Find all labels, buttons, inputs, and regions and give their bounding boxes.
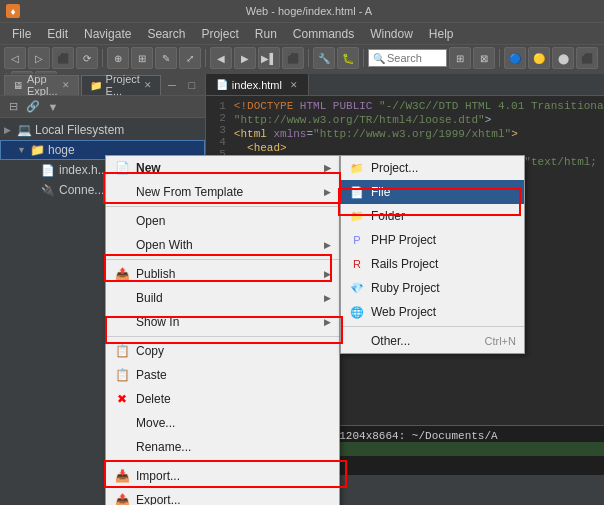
project-icon: 📁 xyxy=(349,160,365,176)
menu-window[interactable]: Window xyxy=(362,25,421,43)
toolbar-btn-15[interactable]: ⊞ xyxy=(449,47,471,69)
web-icon: 🌐 xyxy=(349,304,365,320)
context-menu: 📄 New ▶ New From Template ▶ Open Open Wi… xyxy=(105,155,340,505)
ctx-item-new-from-template[interactable]: New From Template ▶ xyxy=(106,180,339,204)
ctx-publish-label: Publish xyxy=(136,267,175,281)
file-icon: 📄 xyxy=(349,184,365,200)
delete-icon: ✖ xyxy=(114,391,130,407)
ctx-sep-4 xyxy=(106,461,339,462)
toolbar-btn-13[interactable]: 🔧 xyxy=(313,47,335,69)
toolbar-btn-12[interactable]: ⬛ xyxy=(282,47,304,69)
index-file-icon: 📄 xyxy=(40,163,56,177)
ctx-delete-label: Delete xyxy=(136,392,171,406)
toolbar-btn-17[interactable]: 🔵 xyxy=(504,47,526,69)
show-in-arrow: ▶ xyxy=(324,317,331,327)
menu-file[interactable]: File xyxy=(4,25,39,43)
submenu-item-web[interactable]: 🌐 Web Project xyxy=(341,300,524,324)
tab-project-explorer-close[interactable]: ✕ xyxy=(144,80,152,90)
filesystem-icon: 💻 xyxy=(16,123,32,137)
toolbar-btn-6[interactable]: ⊞ xyxy=(131,47,153,69)
toolbar-sep-1 xyxy=(102,49,103,67)
ctx-export-label: Export... xyxy=(136,493,181,505)
publish-icon: 📤 xyxy=(114,266,130,282)
toolbar-btn-3[interactable]: ⬛ xyxy=(52,47,74,69)
submenu-item-php[interactable]: P PHP Project xyxy=(341,228,524,252)
menu-commands[interactable]: Commands xyxy=(285,25,362,43)
ctx-rename-label: Rename... xyxy=(136,440,191,454)
toolbar-btn-18[interactable]: 🟡 xyxy=(528,47,550,69)
move-icon xyxy=(114,415,130,431)
left-tab-bar: 🖥 App Expl... ✕ 📁 Project E... ✕ ─ □ xyxy=(0,74,205,96)
ctx-open-label: Open xyxy=(136,214,165,228)
menu-navigate[interactable]: Navigate xyxy=(76,25,139,43)
collapse-all-btn[interactable]: ⊟ xyxy=(4,98,22,116)
ctx-item-export[interactable]: 📤 Export... xyxy=(106,488,339,505)
menu-edit[interactable]: Edit xyxy=(39,25,76,43)
toolbar-btn-4[interactable]: ⟳ xyxy=(76,47,98,69)
tab-app-explorer-close[interactable]: ✕ xyxy=(62,80,70,90)
toolbar-btn-1[interactable]: ◁ xyxy=(4,47,26,69)
html-file-icon: 📄 xyxy=(216,79,228,90)
menu-project[interactable]: Project xyxy=(193,25,246,43)
toolbar-btn-14[interactable]: 🐛 xyxy=(337,47,359,69)
submenu-item-ruby[interactable]: 💎 Ruby Project xyxy=(341,276,524,300)
submenu-item-folder[interactable]: 📁 Folder xyxy=(341,204,524,228)
ctx-item-publish[interactable]: 📤 Publish ▶ xyxy=(106,262,339,286)
toolbar-btn-20[interactable]: ⬛ xyxy=(576,47,598,69)
ctx-open-with-label: Open With xyxy=(136,238,193,252)
tab-project-explorer[interactable]: 📁 Project E... ✕ xyxy=(81,75,161,95)
toolbar-btn-16[interactable]: ⊠ xyxy=(473,47,495,69)
build-icon xyxy=(114,290,130,306)
toolbar-btn-9[interactable]: ◀ xyxy=(210,47,232,69)
ctx-item-rename[interactable]: Rename... xyxy=(106,435,339,459)
menu-help[interactable]: Help xyxy=(421,25,462,43)
submenu-item-project[interactable]: 📁 Project... xyxy=(341,156,524,180)
tree-item-local-filesystem[interactable]: ▶ 💻 Local Filesystem xyxy=(0,120,205,140)
submenu-folder-label: Folder xyxy=(371,209,405,223)
toolbar-btn-7[interactable]: ✎ xyxy=(155,47,177,69)
php-icon: P xyxy=(349,232,365,248)
toolbar-sep-5 xyxy=(499,49,500,67)
ctx-copy-label: Copy xyxy=(136,344,164,358)
toolbar-btn-11[interactable]: ▶▌ xyxy=(258,47,280,69)
ctx-item-new[interactable]: 📄 New ▶ xyxy=(106,156,339,180)
submenu-item-rails[interactable]: R Rails Project xyxy=(341,252,524,276)
panel-minimize[interactable]: ─ xyxy=(163,76,181,94)
ctx-item-show-in[interactable]: Show In ▶ xyxy=(106,310,339,334)
ctx-item-move[interactable]: Move... xyxy=(106,411,339,435)
menu-run[interactable]: Run xyxy=(247,25,285,43)
toolbar-btn-19[interactable]: ⬤ xyxy=(552,47,574,69)
ctx-item-paste[interactable]: 📋 Paste xyxy=(106,363,339,387)
toolbar-btn-8[interactable]: ⤢ xyxy=(179,47,201,69)
ctx-item-open-with[interactable]: Open With ▶ xyxy=(106,233,339,257)
tab-app-explorer[interactable]: 🖥 App Expl... ✕ xyxy=(4,75,79,95)
ctx-item-delete[interactable]: ✖ Delete xyxy=(106,387,339,411)
ctx-item-build[interactable]: Build ▶ xyxy=(106,286,339,310)
panel-maximize[interactable]: □ xyxy=(183,76,201,94)
ctx-item-open[interactable]: Open xyxy=(106,209,339,233)
publish-arrow: ▶ xyxy=(324,269,331,279)
ctx-item-import[interactable]: 📥 Import... xyxy=(106,464,339,488)
search-input[interactable] xyxy=(387,52,442,64)
toolbar-btn-2[interactable]: ▷ xyxy=(28,47,50,69)
app-icon: ♦ xyxy=(6,4,20,18)
submenu-item-other[interactable]: Other... Ctrl+N xyxy=(341,329,524,353)
copy-icon: 📋 xyxy=(114,343,130,359)
code-line-2: "http://www.w3.org/TR/html4/loose.dtd"> xyxy=(234,114,604,128)
title-bar-left: ♦ xyxy=(6,4,20,18)
connect-file-icon: 🔌 xyxy=(40,183,56,197)
link-editor-btn[interactable]: 🔗 xyxy=(24,98,42,116)
search-box[interactable]: 🔍 xyxy=(368,49,447,67)
ctx-item-copy[interactable]: 📋 Copy xyxy=(106,339,339,363)
editor-tab-index[interactable]: 📄 index.html ✕ xyxy=(206,74,309,95)
toolbar-btn-5[interactable]: ⊕ xyxy=(107,47,129,69)
menu-bar: File Edit Navigate Search Project Run Co… xyxy=(0,22,604,44)
toolbar-btn-10[interactable]: ▶ xyxy=(234,47,256,69)
code-line-3: <html xmlns="http://www.w3.org/1999/xhtm… xyxy=(234,128,604,142)
ctx-show-in-label: Show In xyxy=(136,315,179,329)
hoge-label: hoge xyxy=(48,143,75,157)
menu-search[interactable]: Search xyxy=(139,25,193,43)
editor-tab-close[interactable]: ✕ xyxy=(290,80,298,90)
dropdown-btn[interactable]: ▼ xyxy=(44,98,62,116)
submenu-item-file[interactable]: 📄 File xyxy=(341,180,524,204)
